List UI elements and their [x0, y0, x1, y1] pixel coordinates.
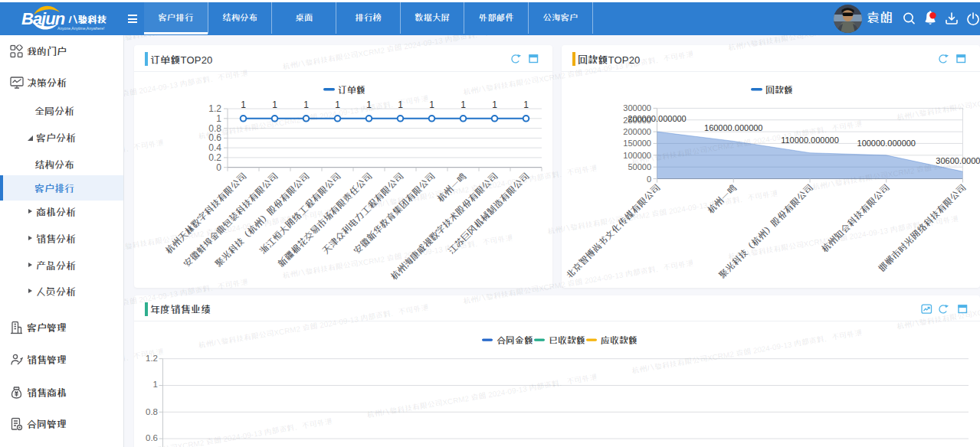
svg-text:110000.000000: 110000.000000	[781, 135, 839, 145]
svg-text:1: 1	[335, 100, 340, 110]
svg-text:200000.000000: 200000.000000	[628, 114, 686, 123]
svg-text:1: 1	[523, 100, 529, 110]
svg-text:订单额: 订单额	[338, 85, 365, 96]
svg-text:200000: 200000	[623, 127, 651, 136]
svg-text:0.6: 0.6	[146, 433, 158, 442]
svg-text:合同金额: 合同金额	[497, 335, 533, 346]
svg-text:300000: 300000	[623, 103, 651, 113]
svg-text:30600.000000: 30600.000000	[936, 156, 980, 165]
svg-text:1: 1	[272, 100, 277, 110]
svg-text:100000: 100000	[623, 151, 651, 160]
svg-text:1: 1	[461, 100, 466, 110]
svg-text:1: 1	[303, 100, 309, 110]
svg-text:50000: 50000	[628, 162, 651, 171]
svg-text:100000.000000: 100000.000000	[857, 139, 916, 148]
svg-text:1: 1	[429, 100, 434, 110]
svg-text:应收款额: 应收款额	[601, 335, 637, 346]
svg-text:北京智博尚书文化传媒有限公司: 北京智博尚书文化传媒有限公司	[564, 182, 663, 281]
svg-text:1.2: 1.2	[146, 354, 158, 363]
svg-text:0.8: 0.8	[146, 407, 158, 416]
svg-text:1: 1	[153, 380, 158, 389]
svg-text:杭州知会科技有限公司: 杭州知会科技有限公司	[819, 182, 892, 255]
svg-text:1: 1	[366, 100, 372, 110]
svg-text:八骏科技: 八骏科技	[68, 15, 107, 25]
svg-text:Anyone,Anytime,Anywhere!: Anyone,Anytime,Anywhere!	[57, 26, 104, 31]
svg-text:杭州一鸣: 杭州一鸣	[706, 182, 739, 216]
svg-text:1: 1	[241, 100, 246, 110]
svg-text:邯郸市时光网络科技有限公司: 邯郸市时光网络科技有限公司	[876, 182, 968, 274]
svg-text:1: 1	[492, 100, 497, 110]
svg-text:0: 0	[647, 175, 651, 184]
svg-text:已收款额: 已收款额	[549, 335, 585, 346]
svg-text:160000.000000: 160000.000000	[704, 123, 762, 132]
svg-text:150000: 150000	[623, 139, 651, 148]
svg-text:0: 0	[216, 162, 221, 173]
svg-text:1: 1	[398, 100, 403, 110]
svg-text:回款额: 回款额	[765, 85, 793, 96]
